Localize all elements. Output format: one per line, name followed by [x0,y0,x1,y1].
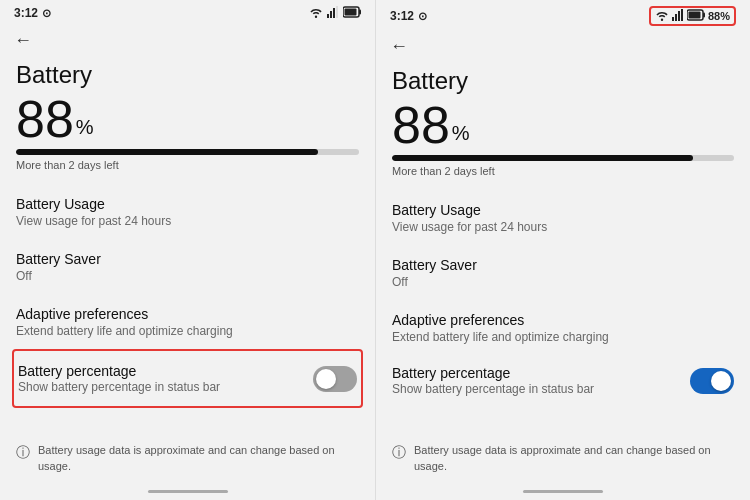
right-phone-panel: 3:12 ⊙ 88% ← Battery 88 % [375,0,750,500]
status-bar-left: 3:12 ⊙ [0,0,375,24]
status-right-left [309,6,361,20]
battery-bar-left [16,149,359,155]
signal-icon-right [672,9,684,23]
android-icon-left: ⊙ [42,7,51,20]
svg-rect-1 [330,11,332,18]
time-left: 3:12 [14,6,38,20]
battery-percent-sign-right: % [452,122,470,145]
menu-item-saver-left[interactable]: Battery Saver Off [16,240,359,295]
status-left-left: 3:12 ⊙ [14,6,51,20]
battery-bar-right [392,155,734,161]
svg-rect-0 [327,14,329,18]
status-bar-right: 3:12 ⊙ 88% [376,0,750,30]
svg-rect-10 [681,9,683,21]
footer-text-right: Battery usage data is approximate and ca… [414,443,734,474]
signal-icon-left [327,6,339,20]
wifi-icon-left [309,6,323,20]
footer-left: ⓘ Battery usage data is approximate and … [0,433,375,482]
status-left-right: 3:12 ⊙ [390,9,427,23]
battery-percent-row-right: 88 % [392,99,734,151]
back-button-right[interactable]: ← [376,30,750,59]
battery-percent-row-left: 88 % [16,93,359,145]
footer-text-left: Battery usage data is approximate and ca… [38,443,359,474]
svg-rect-9 [678,11,680,21]
battery-time-left-right: More than 2 days left [392,165,734,177]
battery-icon-left [343,6,361,20]
toggle-row-left[interactable]: Battery percentage Show battery percenta… [18,353,357,404]
svg-rect-5 [359,10,361,15]
battery-bar-fill-right [392,155,693,161]
svg-rect-3 [336,6,338,18]
menu-item-usage-left[interactable]: Battery Usage View usage for past 24 hou… [16,185,359,240]
wifi-icon-right [655,9,669,23]
battery-percentage-highlight-left: Battery percentage Show battery percenta… [12,349,363,408]
left-phone-panel: 3:12 ⊙ ← Battery 88 % More than 2 days l… [0,0,375,500]
svg-rect-6 [345,9,357,16]
svg-rect-13 [688,12,700,19]
svg-rect-12 [703,13,705,18]
info-icon-left: ⓘ [16,444,30,462]
toggle-switch-right[interactable] [690,368,734,394]
nav-bar-line-right [523,490,603,493]
back-button-left[interactable]: ← [0,24,375,53]
battery-icon-right [687,9,705,23]
nav-bar-line-left [148,490,228,493]
nav-bar-right [376,482,750,500]
status-right-right: 88% [649,6,736,26]
svg-rect-2 [333,8,335,18]
battery-percent-status-right: 88% [708,10,730,22]
svg-rect-7 [672,17,674,21]
toggle-text-left: Battery percentage Show battery percenta… [18,363,303,394]
battery-time-left-left: More than 2 days left [16,159,359,171]
time-right: 3:12 [390,9,414,23]
page-title-left: Battery [16,61,359,89]
battery-percent-num-right: 88 [392,99,450,151]
battery-bar-fill-left [16,149,318,155]
content-left: Battery 88 % More than 2 days left Batte… [0,53,375,433]
toggle-row-right[interactable]: Battery percentage Show battery percenta… [392,355,734,406]
status-highlight-right: 88% [649,6,736,26]
svg-rect-8 [675,14,677,21]
content-right: Battery 88 % More than 2 days left Batte… [376,59,750,433]
page-title-right: Battery [392,67,734,95]
android-icon-right: ⊙ [418,10,427,23]
nav-bar-left [0,482,375,500]
info-icon-right: ⓘ [392,444,406,462]
toggle-knob-right [711,371,731,391]
battery-percent-num-left: 88 [16,93,74,145]
menu-item-saver-right[interactable]: Battery Saver Off [392,246,734,301]
toggle-text-right: Battery percentage Show battery percenta… [392,365,680,396]
menu-item-adaptive-right[interactable]: Adaptive preferences Extend battery life… [392,301,734,356]
menu-item-adaptive-left[interactable]: Adaptive preferences Extend battery life… [16,295,359,350]
menu-item-usage-right[interactable]: Battery Usage View usage for past 24 hou… [392,191,734,246]
footer-right: ⓘ Battery usage data is approximate and … [376,433,750,482]
battery-percent-sign-left: % [76,116,94,139]
toggle-knob-left [316,369,336,389]
toggle-switch-left[interactable] [313,366,357,392]
